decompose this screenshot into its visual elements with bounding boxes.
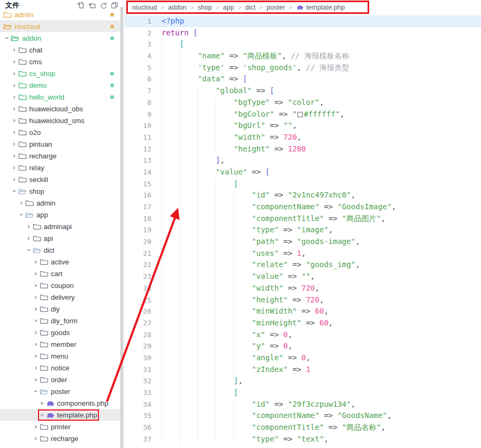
code-area[interactable]: 1<?php2return [3[4"name" => "商品模板", // 海… <box>125 16 481 445</box>
chevron-right-icon[interactable]: › <box>11 140 18 148</box>
chevron-down-icon[interactable]: › <box>18 211 25 218</box>
code-line-7[interactable]: 7"global" => [ <box>125 85 481 97</box>
tree-item-cs_shop[interactable]: ›cs_shop <box>0 67 121 79</box>
code-line-19[interactable]: 19"type" => "image", <box>125 224 481 236</box>
tree-item-adminapi[interactable]: ›adminapi <box>0 221 121 232</box>
chevron-right-icon[interactable]: › <box>11 152 18 160</box>
collapse-all-icon[interactable] <box>111 2 118 9</box>
tree-item-admin[interactable]: admin <box>0 9 121 20</box>
tree-item-recharge[interactable]: ›recharge <box>0 432 121 444</box>
tree-item-recharge[interactable]: ›recharge <box>0 150 121 162</box>
code-line-31[interactable]: 31"zIndex" => 1 <box>125 364 481 376</box>
chevron-right-icon[interactable]: › <box>18 199 25 207</box>
code-line-8[interactable]: 8"bgType" => "color", <box>125 97 481 109</box>
code-line-28[interactable]: 28"x" => 0, <box>125 329 481 341</box>
tree-item-diy_form[interactable]: ›diy_form <box>0 315 121 326</box>
tree-item-cms[interactable]: ›cms <box>0 56 121 67</box>
tree-item-hello_world[interactable]: ›hello_world <box>0 91 121 103</box>
code-line-36[interactable]: 36"componentTitle" => "商品名称", <box>125 422 481 434</box>
breadcrumb-item-app[interactable]: app <box>223 4 234 11</box>
tree-item-coupon[interactable]: ›coupon <box>0 279 121 291</box>
chevron-right-icon[interactable]: › <box>32 329 40 336</box>
code-line-33[interactable]: 33[ <box>125 387 481 399</box>
code-line-17[interactable]: 17"componentName" => "GoodsImage", <box>125 201 481 213</box>
tree-item-pintuan[interactable]: ›pintuan <box>0 138 121 150</box>
sidebar-scrollbar[interactable] <box>120 7 123 448</box>
tree-item-order[interactable]: ›order <box>0 374 121 385</box>
chevron-down-icon[interactable]: › <box>11 187 18 195</box>
code-line-29[interactable]: 29"y" => 0, <box>125 340 481 352</box>
chevron-right-icon[interactable]: › <box>11 128 18 136</box>
code-line-15[interactable]: 15[ <box>125 178 481 190</box>
tree-item-delivery[interactable]: ›delivery <box>0 291 121 303</box>
tree-item-niucloud[interactable]: niucloud <box>0 20 121 32</box>
chevron-right-icon[interactable]: › <box>11 46 18 54</box>
code-line-18[interactable]: 18"componentTitle" => "商品图片", <box>125 213 481 225</box>
chevron-right-icon[interactable]: › <box>32 340 40 348</box>
code-line-12[interactable]: 12"height" => 1280 <box>125 143 481 155</box>
code-line-25[interactable]: 25"height" => 720, <box>125 294 481 306</box>
tree-item-seckill[interactable]: ›seckill <box>0 173 121 185</box>
tree-item-huaweicloud_obs[interactable]: ›huaweicloud_obs <box>0 103 121 115</box>
chevron-right-icon[interactable]: › <box>32 352 40 360</box>
chevron-right-icon[interactable]: › <box>11 81 18 89</box>
tree-item-goods[interactable]: ›goods <box>0 326 121 338</box>
code-line-27[interactable]: 27"minHeight" => 60, <box>125 317 481 329</box>
code-line-3[interactable]: 3[ <box>125 39 481 50</box>
tree-item-member[interactable]: ›member <box>0 338 121 350</box>
code-line-37[interactable]: 37"type" => "text", <box>125 434 481 445</box>
code-line-1[interactable]: 1<?php <box>125 16 481 27</box>
chevron-down-icon[interactable]: › <box>32 388 40 395</box>
chevron-right-icon[interactable]: › <box>11 58 18 65</box>
tree-item-app[interactable]: ›app <box>0 209 121 221</box>
tree-item-active[interactable]: ›active <box>0 256 121 268</box>
chevron-right-icon[interactable]: › <box>32 317 40 324</box>
code-line-9[interactable]: 9"bgColor" => "#ffffff", <box>125 109 481 120</box>
chevron-right-icon[interactable]: › <box>25 234 33 242</box>
code-line-4[interactable]: 4"name" => "商品模板", // 海报模板名称 <box>125 50 481 62</box>
chevron-right-icon[interactable]: › <box>11 176 18 183</box>
chevron-down-icon[interactable]: › <box>25 246 33 254</box>
tree-item-api[interactable]: ›api <box>0 232 121 244</box>
tree-item-o2o[interactable]: ›o2o <box>0 126 121 138</box>
breadcrumb-item-poster[interactable]: poster <box>266 4 285 11</box>
chevron-right-icon[interactable]: › <box>11 93 18 101</box>
tree-item-template-php[interactable]: template.php <box>0 409 121 421</box>
code-line-26[interactable]: 26"minWidth" => 60, <box>125 306 481 317</box>
chevron-right-icon[interactable]: › <box>25 223 33 230</box>
breadcrumb-item-shop[interactable]: shop <box>197 4 212 11</box>
chevron-right-icon[interactable]: › <box>32 305 40 313</box>
code-line-21[interactable]: 21"uses" => 1, <box>125 248 481 260</box>
chevron-right-icon[interactable]: › <box>32 270 40 277</box>
breadcrumb-item-template-php[interactable]: template.php <box>296 4 345 11</box>
new-file-icon[interactable] <box>77 2 85 9</box>
code-line-34[interactable]: 34"id" => "29f3czpuw134", <box>125 399 481 411</box>
chevron-right-icon[interactable]: › <box>11 164 18 171</box>
tree-item-demo[interactable]: ›demo <box>0 79 121 91</box>
tree-item-notice[interactable]: ›notice <box>0 362 121 374</box>
code-line-24[interactable]: 24"width" => 720, <box>125 283 481 294</box>
tree-item-cart[interactable]: ›cart <box>0 268 121 279</box>
code-line-23[interactable]: 23"value" => "", <box>125 271 481 283</box>
tree-item-menu[interactable]: ›menu <box>0 350 121 362</box>
chevron-right-icon[interactable]: › <box>32 376 40 383</box>
chevron-right-icon[interactable]: › <box>11 117 18 124</box>
new-folder-icon[interactable] <box>88 2 96 9</box>
tree-item-shop[interactable]: ›shop <box>0 185 121 197</box>
code-line-20[interactable]: 20"path" => "goods-image", <box>125 236 481 248</box>
color-swatch[interactable] <box>297 112 303 117</box>
code-line-10[interactable]: 10"bgUrl" => "", <box>125 120 481 132</box>
tree-item-components-php[interactable]: components.php <box>0 397 121 409</box>
code-line-16[interactable]: 16"id" => "2v1nc497xhc0", <box>125 189 481 201</box>
tree-item-poster[interactable]: ›poster <box>0 385 121 397</box>
refresh-icon[interactable] <box>100 2 107 9</box>
code-line-11[interactable]: 11"width" => 720, <box>125 132 481 143</box>
tree-item-chat[interactable]: ›chat <box>0 44 121 56</box>
code-line-6[interactable]: 6"data" => [ <box>125 73 481 85</box>
breadcrumb-item-niucloud[interactable]: niucloud <box>132 4 157 11</box>
chevron-right-icon[interactable]: › <box>32 435 40 442</box>
chevron-down-icon[interactable]: › <box>3 34 11 42</box>
chevron-right-icon[interactable]: › <box>32 364 40 371</box>
editor-pane[interactable]: niucloud>addon>shop>app>dict>poster>temp… <box>125 0 481 448</box>
tree-item-printer[interactable]: ›printer <box>0 421 121 432</box>
